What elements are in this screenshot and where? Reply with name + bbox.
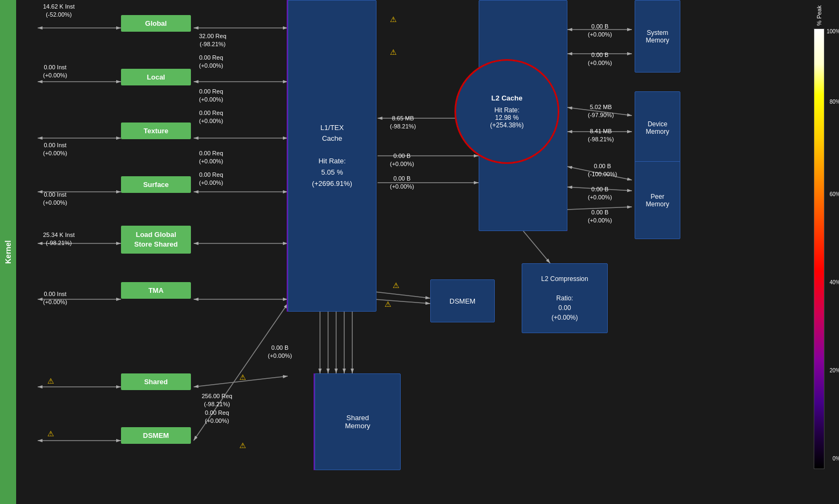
peak-label: % Peak <box>816 5 822 26</box>
warning-4: ⚠ <box>385 299 392 310</box>
device-memory-box: DeviceMemory <box>635 91 680 164</box>
l1tex-label: L1/TEXCache <box>321 123 344 145</box>
texture-box: Texture <box>121 123 191 139</box>
stat-0b-shared: 0.00 B(+0.00%) <box>268 344 292 361</box>
system-memory-box: SystemMemory <box>635 0 680 73</box>
device-memory-label: DeviceMemory <box>646 120 669 135</box>
system-memory-label: SystemMemory <box>646 29 669 44</box>
stat-32req: 32.00 Req(-98.21%) <box>199 32 226 49</box>
stat-256req: 256.00 Req(-98.21%)0.00 Req(+0.00%) <box>202 392 232 426</box>
warning-5: ⚠ <box>47 376 54 387</box>
shared-memory-label: SharedMemory <box>345 414 371 430</box>
peer-memory-label: PeerMemory <box>646 193 669 208</box>
color-scale: % Peak 100% 80% 60% 40% 20% 0% <box>801 0 836 504</box>
l1tex-hitrate: Hit Rate:5.05 %(+2696.91%) <box>312 156 352 189</box>
dsmem-label: DSMEM <box>450 297 475 305</box>
global-box: Global <box>121 15 191 32</box>
stat-0req-tex1: 0.00 Req(+0.00%) <box>199 149 223 166</box>
stat-0inst-local: 0.00 Inst(+0.00%) <box>43 63 67 80</box>
peer-memory-box: PeerMemory <box>635 161 680 239</box>
shared-memory-box: SharedMemory <box>315 373 401 470</box>
scale-100: 100% <box>827 28 839 34</box>
stat-0req-local1: 0.00 Req(+0.00%) <box>199 88 223 104</box>
stat-dev-5mb: 5.02 MB(-97.90%) <box>588 103 614 120</box>
diagram-area: Global Local Texture Surface Load Global… <box>16 0 801 504</box>
l2-compression-label: L2 Compression <box>541 274 588 284</box>
l2-cache-hitrate: Hit Rate:12.98 %(+254.38%) <box>490 106 523 129</box>
warning-3: ⚠ <box>393 280 400 291</box>
stat-0req-local2: 0.00 Req(+0.00%) <box>199 109 223 126</box>
stat-0b-1: 0.00 B(+0.00%) <box>390 152 414 169</box>
load-global-store-shared-box: Load GlobalStore Shared <box>121 226 191 254</box>
surface-box: Surface <box>121 176 191 193</box>
stat-0req-tex2: 0.00 Req(+0.00%) <box>199 171 223 188</box>
stat-0inst-tma: 0.00 Inst(+0.00%) <box>43 290 67 307</box>
stat-8-65mb: 8.65 MB(-98.21%) <box>390 114 416 131</box>
stat-dev-8mb: 8.41 MB(-98.21%) <box>588 127 614 144</box>
l1tex-box: L1/TEXCache Hit Rate:5.05 %(+2696.91%) <box>288 0 376 312</box>
main-container: Kernel <box>0 0 839 504</box>
stat-25k-inst: 25.34 K Inst(-98.21%) <box>43 231 75 248</box>
scale-20: 20% <box>829 368 839 373</box>
stat-peer-0b-2: 0.00 B(+0.00%) <box>588 185 612 202</box>
stat-0inst-surf: 0.00 Inst(+0.00%) <box>43 191 67 207</box>
warning-8: ⚠ <box>239 441 246 451</box>
warning-2: ⚠ <box>390 47 397 58</box>
stat-peer-0b-3: 0.00 B(+0.00%) <box>588 208 612 225</box>
warning-1: ⚠ <box>390 15 397 25</box>
kernel-label: Kernel <box>0 0 16 504</box>
stat-0req-global: 0.00 Req(+0.00%) <box>199 54 223 70</box>
scale-40: 40% <box>829 279 839 285</box>
stat-sys-0b-1: 0.00 B(+0.00%) <box>588 23 612 39</box>
local-box: Local <box>121 69 191 85</box>
stat-0b-2: 0.00 B(+0.00%) <box>390 175 414 191</box>
dsmem-green-box: DSMEM <box>121 427 191 444</box>
stat-sys-0b-2: 0.00 B(+0.00%) <box>588 51 612 68</box>
l2-cache-label: L2 Cache <box>492 94 523 102</box>
stat-14k-inst: 14.62 K Inst(-52.00%) <box>43 3 75 19</box>
scale-80: 80% <box>829 99 839 105</box>
l2-compression-ratio: Ratio:0.00(+0.00%) <box>551 293 578 322</box>
warning-7: ⚠ <box>47 429 54 440</box>
stat-peer-0b-1: 0.00 B(-100.00%) <box>588 162 617 179</box>
scale-0: 0% <box>833 456 839 462</box>
svg-line-25 <box>523 231 550 263</box>
l2-compression-box: L2 Compression Ratio:0.00(+0.00%) <box>522 263 608 333</box>
l2-cache-circle: L2 Cache Hit Rate:12.98 %(+254.38%) <box>454 59 559 164</box>
shared-box: Shared <box>121 373 191 390</box>
tma-box: TMA <box>121 282 191 299</box>
dsmem-blue-box: DSMEM <box>430 279 495 322</box>
warning-6: ⚠ <box>239 372 246 383</box>
scale-60: 60% <box>829 191 839 197</box>
stat-0inst-tex: 0.00 Inst(+0.00%) <box>43 141 67 158</box>
